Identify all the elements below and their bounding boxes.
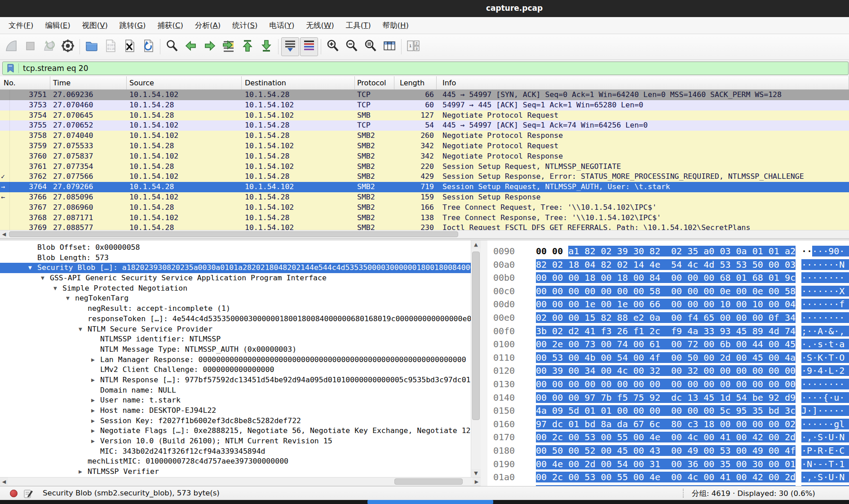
reload-file-button[interactable] xyxy=(139,37,157,56)
detail-row[interactable]: ▶NTLM Response […]: 977bf57592dc13451d54… xyxy=(0,375,471,385)
hex-row[interactable]: 00d000 00 00 1e 00 1e 00 66 00 00 00 10 … xyxy=(487,298,849,311)
detail-row[interactable]: ▶Lan Manager Response: 00000000000000000… xyxy=(0,355,471,365)
hex-row[interactable]: 00f03b 02 d2 41 f3 26 f1 2c f9 4a 33 93 … xyxy=(487,325,849,338)
previous-packet-button[interactable] xyxy=(182,37,200,56)
detail-row[interactable]: Blob Offset: 0x00000058 xyxy=(0,243,471,253)
packet-row[interactable]: 376727.08696010.1.54.2810.1.54.102SMB216… xyxy=(0,203,849,213)
menu-item-v[interactable]: 视图(V) xyxy=(76,18,114,33)
expander-open-icon[interactable]: ▼ xyxy=(53,283,62,294)
colorize-button[interactable] xyxy=(300,37,318,56)
packet-row[interactable]: 376027.07583710.1.54.10210.1.54.28SMB234… xyxy=(0,151,849,162)
menu-item-f[interactable]: 文件(F) xyxy=(3,18,39,33)
resize-columns-button[interactable] xyxy=(380,37,398,56)
menu-item-s[interactable]: 统计(S) xyxy=(226,18,263,33)
detail-row[interactable]: ▼Security Blob […]: a182023930820235a003… xyxy=(0,263,471,273)
restart-capture-button[interactable] xyxy=(40,37,58,56)
expander-open-icon[interactable]: ▼ xyxy=(41,273,50,283)
expander-closed-icon[interactable]: ▶ xyxy=(79,467,88,477)
expander-open-icon[interactable]: ▼ xyxy=(66,293,75,304)
packet-row[interactable]: 376127.07735410.1.54.2810.1.54.102SMB222… xyxy=(0,162,849,172)
close-file-button[interactable] xyxy=(120,37,138,56)
first-packet-button[interactable] xyxy=(239,37,256,56)
expander-closed-icon[interactable]: ▶ xyxy=(91,406,100,416)
go-to-packet-button[interactable] xyxy=(220,37,238,56)
expander-closed-icon[interactable]: ▶ xyxy=(91,355,100,365)
menu-item-a[interactable]: 分析(A) xyxy=(189,18,226,33)
auto-scroll-button[interactable] xyxy=(281,37,299,56)
menu-item-g[interactable]: 跳转(G) xyxy=(114,18,152,33)
save-file-button[interactable]: 01010110 xyxy=(102,37,119,56)
hex-row[interactable]: 013000 00 00 00 00 00 00 00 00 00 00 00 … xyxy=(487,378,849,391)
packet-row[interactable]: →376427.07926610.1.54.2810.1.54.102SMB27… xyxy=(0,182,849,192)
filter-bookmark-icon[interactable] xyxy=(7,64,15,73)
hex-row[interactable]: 016097 dc 01 bd 8a da 67 6c 80 c3 18 00 … xyxy=(487,418,849,431)
column-header-info[interactable]: Info xyxy=(437,76,849,89)
hex-row[interactable]: 011000 53 00 4b 00 54 00 4f 00 50 00 2d … xyxy=(487,351,849,365)
hex-row[interactable]: 01a000 2c 00 53 00 55 00 4e 00 4c 00 41 … xyxy=(487,471,849,484)
expander-closed-icon[interactable]: ▶ xyxy=(91,416,100,426)
detail-row[interactable]: Blob Length: 573 xyxy=(0,253,471,263)
next-packet-button[interactable] xyxy=(201,37,219,56)
scroll-left-icon[interactable]: ◀ xyxy=(0,477,8,486)
detail-row[interactable]: LMv2 Client Challenge: 0000000000000000 xyxy=(0,365,471,375)
expander-closed-icon[interactable]: ▶ xyxy=(91,426,100,436)
detail-row[interactable]: NTLM Message Type: NTLMSSP_AUTH (0x00000… xyxy=(0,345,471,355)
vertical-splitter[interactable] xyxy=(481,240,487,486)
scroll-down-icon[interactable]: ▼ xyxy=(471,469,481,477)
zoom-in-button[interactable] xyxy=(324,37,342,56)
hex-row[interactable]: 018000 50 00 52 00 45 00 43 00 49 00 53 … xyxy=(487,444,849,458)
detail-row[interactable]: ▶Version 10.0 (Build 26100); NTLM Curren… xyxy=(0,436,471,447)
packet-row[interactable]: 375527.07065210.1.54.10210.1.54.28TCP544… xyxy=(0,120,849,131)
hex-row[interactable]: 00a082 02 18 04 82 02 14 4e 54 4c 4d 53 … xyxy=(487,258,849,272)
detail-row[interactable]: ▶Session Key: f2027f1b6002ef3dc8be8c5282… xyxy=(0,416,471,426)
packet-row[interactable]: 375327.07046010.1.54.2810.1.54.102TCP605… xyxy=(0,100,849,111)
capture-comment-icon[interactable] xyxy=(23,489,33,499)
find-packet-button[interactable] xyxy=(163,37,181,56)
scroll-left-icon[interactable]: ◀ xyxy=(0,230,8,238)
menu-item-e[interactable]: 编辑(E) xyxy=(39,18,76,33)
menu-item-c[interactable]: 捕获(C) xyxy=(152,18,189,33)
filter-text[interactable]: tcp.stream eq 20 xyxy=(23,64,88,73)
capture-options-button[interactable] xyxy=(59,37,77,56)
packet-list-hscrollbar[interactable]: ◀ xyxy=(0,230,849,239)
display-filter-input[interactable]: tcp.stream eq 20 xyxy=(2,62,849,75)
last-packet-button[interactable] xyxy=(257,37,275,56)
column-header-no[interactable]: No. xyxy=(0,76,50,89)
zoom-reset-button[interactable] xyxy=(362,37,380,56)
detail-row[interactable]: ▼Simple Protected Negotiation xyxy=(0,283,471,294)
column-header-destination[interactable]: Destination xyxy=(242,76,355,89)
packet-row[interactable]: 375427.07064510.1.54.2810.1.54.102SMB127… xyxy=(0,111,849,121)
hex-row[interactable]: 010000 2e 00 73 00 74 00 61 00 72 00 6b … xyxy=(487,338,849,351)
packet-row[interactable]: 376927.08857710.1.54.2810.1.54.102SMB223… xyxy=(0,223,849,230)
expander-closed-icon[interactable]: ▶ xyxy=(91,375,100,385)
hex-row[interactable]: 012000 39 00 34 00 4c 00 32 00 32 00 00 … xyxy=(487,364,849,378)
scrollbar-thumb[interactable] xyxy=(472,252,480,420)
hex-row[interactable]: 014000 00 00 97 7b f5 75 92 dc 13 45 1d … xyxy=(487,391,849,405)
detail-row[interactable]: Domain name: NULL xyxy=(0,385,471,396)
detail-row[interactable]: ▶NTLMSSP Verifier xyxy=(0,467,471,477)
packet-row[interactable]: 376827.08717110.1.54.10210.1.54.28SMB213… xyxy=(0,213,849,223)
open-file-button[interactable] xyxy=(83,37,101,56)
detail-row[interactable]: mechListMIC: 01000000728c4d757aee3973000… xyxy=(0,456,471,467)
detail-row[interactable]: ▼NTLM Secure Service Provider xyxy=(0,324,471,335)
scroll-up-icon[interactable]: ▲ xyxy=(471,240,481,248)
hex-row[interactable]: 009000 00 a1 82 02 39 30 82 02 35 a0 03 … xyxy=(487,245,849,258)
expander-closed-icon[interactable]: ▶ xyxy=(91,395,100,406)
packet-row[interactable]: 375827.07404010.1.54.10210.1.54.28SMB226… xyxy=(0,131,849,141)
detail-row[interactable]: NTLMSSP identifier: NTLMSSP xyxy=(0,334,471,345)
packet-row[interactable]: ←376627.08509610.1.54.10210.1.54.28SMB21… xyxy=(0,192,849,203)
stop-capture-button[interactable] xyxy=(21,37,39,56)
column-header-protocol[interactable]: Protocol xyxy=(355,76,394,89)
hex-row[interactable]: 00b000 00 00 18 00 18 00 84 00 00 00 68 … xyxy=(487,271,849,285)
detail-row[interactable]: responseToken […]: 4e544c4d5353500003000… xyxy=(0,314,471,324)
detail-row[interactable]: ▶Host name: DESKTOP-EJ94L22 xyxy=(0,406,471,416)
column-header-length[interactable]: Length xyxy=(394,76,437,89)
menu-item-y[interactable]: 电话(Y) xyxy=(263,18,300,33)
expander-open-icon[interactable]: ▼ xyxy=(28,263,37,273)
hex-row[interactable]: 00e002 00 00 15 82 88 e2 0a 00 f4 65 00 … xyxy=(487,311,849,325)
zoom-out-button[interactable] xyxy=(343,37,361,56)
pane-grip[interactable]: ······· xyxy=(584,240,609,243)
column-header-time[interactable]: Time xyxy=(50,76,127,89)
detail-row[interactable]: ▶User name: t.stark xyxy=(0,395,471,406)
expander-closed-icon[interactable]: ▶ xyxy=(91,436,100,447)
